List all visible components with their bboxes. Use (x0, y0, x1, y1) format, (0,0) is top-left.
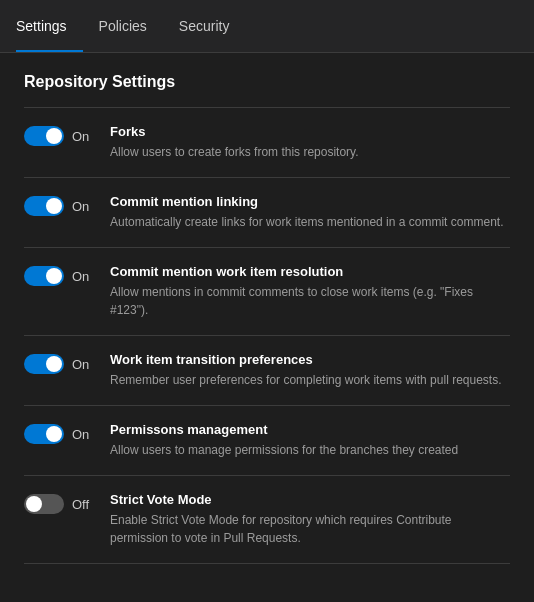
toggle-label-commit-mention-work-item: On (72, 270, 89, 283)
toggle-group-strict-vote-mode: Off (24, 492, 94, 514)
toggle-group-forks: On (24, 124, 94, 146)
tab-policies[interactable]: Policies (83, 0, 163, 52)
setting-name-permissions-management: Permissons management (110, 422, 510, 437)
setting-item-work-item-transition: OnWork item transition preferencesRememb… (24, 336, 510, 406)
setting-desc-commit-mention-linking: Automatically create links for work item… (110, 213, 510, 231)
setting-text-strict-vote-mode: Strict Vote ModeEnable Strict Vote Mode … (110, 492, 510, 547)
toggle-group-commit-mention-work-item: On (24, 264, 94, 286)
toggle-commit-mention-work-item[interactable] (24, 266, 64, 286)
tab-settings[interactable]: Settings (16, 0, 83, 52)
toggle-group-work-item-transition: On (24, 352, 94, 374)
setting-item-permissions-management: OnPermissons managementAllow users to ma… (24, 406, 510, 476)
setting-name-forks: Forks (110, 124, 510, 139)
toggle-label-work-item-transition: On (72, 358, 89, 371)
toggle-forks[interactable] (24, 126, 64, 146)
setting-desc-strict-vote-mode: Enable Strict Vote Mode for repository w… (110, 511, 510, 547)
tab-bar: Settings Policies Security (0, 0, 534, 53)
setting-text-permissions-management: Permissons managementAllow users to mana… (110, 422, 510, 459)
settings-list: OnForksAllow users to create forks from … (24, 107, 510, 564)
setting-name-strict-vote-mode: Strict Vote Mode (110, 492, 510, 507)
setting-item-forks: OnForksAllow users to create forks from … (24, 108, 510, 178)
setting-desc-permissions-management: Allow users to manage permissions for th… (110, 441, 510, 459)
setting-item-commit-mention-linking: OnCommit mention linkingAutomatically cr… (24, 178, 510, 248)
toggle-group-permissions-management: On (24, 422, 94, 444)
setting-name-commit-mention-work-item: Commit mention work item resolution (110, 264, 510, 279)
main-content: Repository Settings OnForksAllow users t… (0, 53, 534, 584)
toggle-label-permissions-management: On (72, 428, 89, 441)
setting-text-commit-mention-linking: Commit mention linkingAutomatically crea… (110, 194, 510, 231)
toggle-group-commit-mention-linking: On (24, 194, 94, 216)
setting-name-work-item-transition: Work item transition preferences (110, 352, 510, 367)
setting-item-strict-vote-mode: OffStrict Vote ModeEnable Strict Vote Mo… (24, 476, 510, 564)
section-title: Repository Settings (24, 73, 510, 91)
setting-desc-commit-mention-work-item: Allow mentions in commit comments to clo… (110, 283, 510, 319)
setting-desc-forks: Allow users to create forks from this re… (110, 143, 510, 161)
setting-name-commit-mention-linking: Commit mention linking (110, 194, 510, 209)
setting-text-work-item-transition: Work item transition preferencesRemember… (110, 352, 510, 389)
setting-text-commit-mention-work-item: Commit mention work item resolutionAllow… (110, 264, 510, 319)
setting-text-forks: ForksAllow users to create forks from th… (110, 124, 510, 161)
toggle-label-commit-mention-linking: On (72, 200, 89, 213)
toggle-label-forks: On (72, 130, 89, 143)
setting-item-commit-mention-work-item: OnCommit mention work item resolutionAll… (24, 248, 510, 336)
tab-security[interactable]: Security (163, 0, 246, 52)
toggle-label-strict-vote-mode: Off (72, 498, 89, 511)
toggle-commit-mention-linking[interactable] (24, 196, 64, 216)
setting-desc-work-item-transition: Remember user preferences for completing… (110, 371, 510, 389)
toggle-work-item-transition[interactable] (24, 354, 64, 374)
toggle-strict-vote-mode[interactable] (24, 494, 64, 514)
toggle-permissions-management[interactable] (24, 424, 64, 444)
